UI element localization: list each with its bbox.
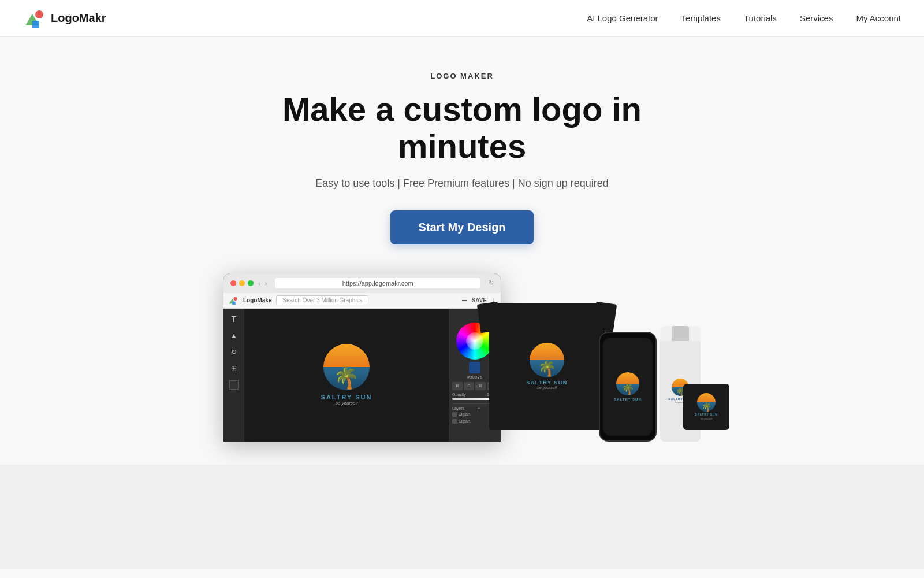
layer-label-1: Clipart — [459, 412, 470, 416]
editor-body: T ▲ ↻ ⊞ 🌴 SALTRY SUN be yourself — [223, 309, 501, 442]
sticker-palm-graphic: 🌴 — [702, 402, 711, 412]
phone-shape: 🌴 SALTRY SUN — [599, 332, 657, 442]
nav-templates[interactable]: Templates — [681, 13, 721, 23]
logo-tagline: be yourself — [321, 401, 372, 406]
close-dot — [230, 280, 236, 286]
sticker-tagline: be yourself — [701, 417, 712, 420]
nav-ai-logo[interactable]: AI Logo Generator — [587, 13, 658, 23]
editor-canvas: 🌴 SALTRY SUN be yourself — [244, 309, 449, 442]
layer-label-2: Clipart — [459, 419, 470, 423]
phone-brand-text: SALTRY SUN — [614, 398, 642, 401]
expand-dot — [248, 280, 254, 286]
phone-palm-graphic: 🌴 — [621, 383, 634, 395]
layer-icon-1 — [452, 412, 457, 417]
brand-logo[interactable]: LogoMakr — [23, 7, 106, 30]
editor-search[interactable]: Search Over 3 Million Graphics — [276, 295, 368, 305]
tshirt-brand-text: SALTRY SUN — [526, 380, 567, 386]
products-row: 🌴 SALTRY SUN be yourself 🌴 — [489, 303, 701, 442]
tshirt-shape: 🌴 SALTRY SUN be yourself — [489, 303, 605, 430]
refresh-icon: ↻ — [489, 279, 494, 287]
format-btn-1[interactable]: R — [452, 382, 463, 390]
hero-section: LOGO MAKER Make a custom logo in minutes… — [0, 37, 924, 465]
sticker-sun-graphic: 🌴 — [697, 393, 716, 412]
bottle-mockup: 🌴 SALTRY SUN be yourself 🌴 SALTRY S — [660, 326, 701, 442]
phone-mockup: 🌴 SALTRY SUN — [599, 332, 657, 442]
editor-logo-icon — [228, 295, 239, 306]
tshirt-palm-graphic: 🌴 — [538, 360, 556, 377]
phone-sun-graphic: 🌴 — [616, 372, 639, 395]
editor-app-bar: LogoMake Search Over 3 Million Graphics … — [223, 293, 501, 309]
logomakr-icon — [23, 7, 46, 30]
start-design-button[interactable]: Start My Design — [390, 210, 533, 244]
forward-icon: › — [265, 280, 267, 287]
browser-bar: ‹ › https://app.logomakr.com ↻ — [223, 273, 501, 293]
format-btn-2[interactable]: G — [464, 382, 474, 390]
rotate-tool-icon[interactable]: ↻ — [231, 348, 237, 356]
back-icon: ‹ — [258, 280, 260, 287]
layers-tool-icon[interactable]: ⊞ — [231, 364, 237, 372]
nav-my-account[interactable]: My Account — [856, 13, 901, 23]
product-mockups: 🌴 SALTRY SUN be yourself 🌴 — [489, 303, 701, 442]
tshirt-tagline: be yourself — [526, 386, 567, 390]
logo-preview: 🌴 SALTRY SUN be yourself — [321, 344, 372, 406]
tshirt-logo: 🌴 SALTRY SUN be yourself — [526, 343, 567, 390]
selected-color-swatch[interactable] — [469, 362, 480, 373]
hero-eyebrow: LOGO MAKER — [430, 72, 494, 80]
editor-save-label[interactable]: SAVE — [472, 297, 487, 303]
nav-tutorials[interactable]: Tutorials — [744, 13, 777, 23]
mockup-section: ‹ › https://app.logomakr.com ↻ LogoMake … — [144, 273, 780, 442]
browser-dots — [230, 280, 254, 286]
layers-add-icon[interactable]: + — [478, 406, 480, 411]
text-tool-icon[interactable]: T — [232, 314, 237, 324]
nav-services[interactable]: Services — [800, 13, 833, 23]
editor-menu-icon: ☰ — [461, 297, 467, 304]
layer-icon-2 — [452, 419, 457, 424]
editor-toolbar: T ▲ ↻ ⊞ — [223, 309, 244, 442]
editor-brand-name: LogoMake — [243, 297, 271, 303]
svg-point-4 — [233, 297, 237, 300]
svg-rect-2 — [32, 21, 39, 28]
sun-graphic: 🌴 — [323, 344, 370, 390]
logo-brand-text: SALTRY SUN — [321, 394, 372, 401]
browser-url: https://app.logomakr.com — [275, 278, 480, 288]
brand-name: LogoMakr — [51, 12, 106, 25]
hero-subtitle: Easy to use tools | Free Premium feature… — [315, 177, 609, 190]
tshirt-mockup: 🌴 SALTRY SUN be yourself — [489, 303, 616, 442]
svg-rect-5 — [232, 301, 235, 304]
bottle-cap — [672, 326, 689, 341]
color-swatch[interactable] — [229, 380, 239, 390]
phone-screen: 🌴 SALTRY SUN — [603, 338, 653, 436]
triangle-tool-icon[interactable]: ▲ — [230, 332, 237, 340]
color-wheel-center — [466, 332, 483, 350]
nav-links: AI Logo Generator Templates Tutorials Se… — [587, 13, 901, 24]
format-btn-3[interactable]: B — [475, 382, 486, 390]
minimize-dot — [239, 280, 245, 286]
tshirt-sun-graphic: 🌴 — [530, 343, 564, 377]
bottom-background — [0, 465, 924, 569]
sticker-brand-text: SALTRY SUN — [695, 413, 717, 416]
palm-tree-graphic: 🌴 — [333, 366, 359, 390]
navbar: LogoMakr AI Logo Generator Templates Tut… — [0, 0, 924, 37]
svg-point-1 — [35, 10, 43, 18]
hero-title: Make a custom logo in minutes — [231, 91, 693, 165]
editor-mockup: ‹ › https://app.logomakr.com ↻ LogoMake … — [223, 273, 501, 442]
sticker-mockup: 🌴 SALTRY SUN be yourself — [683, 384, 729, 430]
